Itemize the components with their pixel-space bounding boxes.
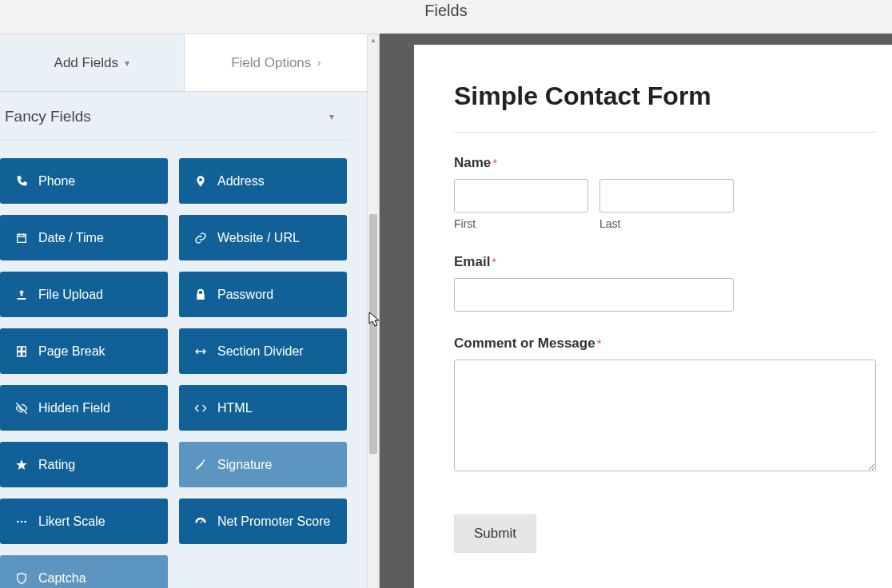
field-button-label: Net Promoter Score: [217, 514, 330, 529]
svg-point-2: [24, 520, 26, 522]
field-button-website-url[interactable]: Website / URL: [179, 215, 347, 260]
field-button-file-upload[interactable]: File Upload: [0, 272, 168, 317]
required-mark: *: [597, 336, 602, 350]
field-button-label: Section Divider: [217, 344, 304, 359]
field-button-date-time[interactable]: Date / Time: [0, 215, 168, 260]
field-button-label: Password: [217, 288, 273, 302]
field-comment[interactable]: Comment or Message*: [454, 336, 892, 475]
field-button-rating[interactable]: Rating: [0, 442, 168, 487]
field-button-phone[interactable]: Phone: [0, 158, 168, 204]
chevron-down-icon: ▾: [125, 58, 129, 69]
pencil-icon: [193, 459, 208, 471]
field-button-section-divider[interactable]: Section Divider: [179, 328, 347, 374]
field-button-label: HTML: [217, 401, 253, 415]
tabs: Add Fields ▾ Field Options ›: [0, 34, 368, 92]
star-icon: [14, 459, 29, 471]
field-button-label: Rating: [38, 458, 75, 472]
gauge-icon: [193, 515, 208, 528]
chevron-down-icon: ▾: [329, 111, 334, 122]
input-first-name[interactable]: [454, 179, 588, 213]
field-button-signature[interactable]: Signature: [179, 442, 347, 487]
tab-field-options[interactable]: Field Options ›: [184, 34, 368, 91]
form-title: Simple Contact Form: [454, 81, 892, 111]
label-comment: Comment or Message*: [454, 336, 892, 352]
field-button-label: Likert Scale: [38, 514, 106, 529]
field-button-label: Page Break: [38, 344, 106, 359]
lock-icon: [193, 288, 208, 301]
phone-icon: [14, 175, 29, 188]
field-button-captcha[interactable]: Captcha: [0, 555, 168, 588]
preview-panel: Simple Contact Form Name* First Last: [380, 34, 892, 588]
field-name[interactable]: Name* First Last: [454, 155, 892, 230]
link-icon: [193, 232, 208, 244]
field-button-label: Date / Time: [38, 231, 104, 245]
svg-point-1: [21, 520, 23, 522]
field-button-address[interactable]: Address: [179, 158, 347, 204]
input-last-name[interactable]: [599, 179, 734, 213]
eye-off-icon: [14, 402, 29, 415]
resize-icon: [193, 345, 208, 358]
dots-icon: [14, 515, 29, 528]
fields-grid: PhoneAddressDate / TimeWebsite / URLFile…: [0, 141, 347, 588]
scroll-thumb[interactable]: [369, 214, 377, 454]
scrollbar[interactable]: ▲: [367, 34, 379, 588]
field-button-label: Phone: [38, 174, 75, 189]
section-fancy-fields[interactable]: Fancy Fields ▾: [0, 92, 348, 141]
sublabel-first: First: [454, 217, 588, 230]
shield-icon: [14, 572, 29, 585]
label-email: Email*: [454, 254, 892, 270]
input-comment[interactable]: [454, 360, 876, 471]
field-button-label: File Upload: [38, 288, 103, 302]
field-button-label: Website / URL: [217, 231, 300, 245]
upload-icon: [14, 288, 29, 301]
field-button-likert-scale[interactable]: Likert Scale: [0, 499, 168, 544]
code-icon: [193, 402, 208, 415]
required-mark: *: [492, 255, 496, 268]
svg-point-0: [17, 520, 19, 522]
divider: [454, 132, 876, 133]
field-button-label: Signature: [217, 458, 273, 472]
field-button-label: Hidden Field: [38, 401, 110, 415]
left-panel: Add Fields ▾ Field Options › Fancy Field…: [0, 34, 380, 588]
sublabel-last: Last: [599, 217, 734, 230]
required-mark: *: [492, 156, 497, 169]
chevron-right-icon: ›: [317, 58, 321, 69]
field-button-page-break[interactable]: Page Break: [0, 328, 168, 374]
tab-add-fields[interactable]: Add Fields ▾: [0, 34, 184, 91]
field-button-html[interactable]: HTML: [179, 385, 347, 431]
field-email[interactable]: Email*: [454, 254, 892, 312]
calendar-icon: [14, 232, 29, 244]
field-button-net-promoter-score[interactable]: Net Promoter Score: [179, 499, 347, 544]
input-email[interactable]: [454, 278, 734, 312]
field-button-hidden-field[interactable]: Hidden Field: [0, 385, 168, 431]
page-title: Fields: [0, 0, 892, 34]
scroll-up-icon[interactable]: ▲: [368, 34, 379, 46]
form-card: Simple Contact Form Name* First Last: [414, 45, 892, 588]
field-button-label: Captcha: [38, 571, 86, 586]
field-button-label: Address: [217, 174, 265, 189]
label-name: Name*: [454, 155, 892, 171]
field-button-password[interactable]: Password: [179, 272, 347, 317]
pages-icon: [14, 345, 29, 358]
submit-button[interactable]: Submit: [454, 514, 536, 553]
pin-icon: [193, 175, 208, 188]
